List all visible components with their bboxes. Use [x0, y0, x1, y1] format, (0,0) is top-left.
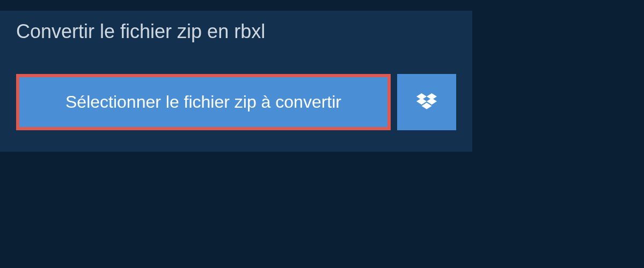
select-file-button-label: Sélectionner le fichier zip à convertir — [65, 92, 341, 112]
select-file-button[interactable]: Sélectionner le fichier zip à convertir — [16, 74, 391, 130]
converter-panel: Convertir le fichier zip en rbxl Sélecti… — [0, 11, 472, 152]
title-bar: Convertir le fichier zip en rbxl — [0, 11, 281, 53]
dropbox-button[interactable] — [397, 74, 456, 130]
page-title: Convertir le fichier zip en rbxl — [16, 20, 265, 42]
button-row: Sélectionner le fichier zip à convertir — [0, 53, 472, 152]
dropbox-icon — [416, 93, 437, 112]
